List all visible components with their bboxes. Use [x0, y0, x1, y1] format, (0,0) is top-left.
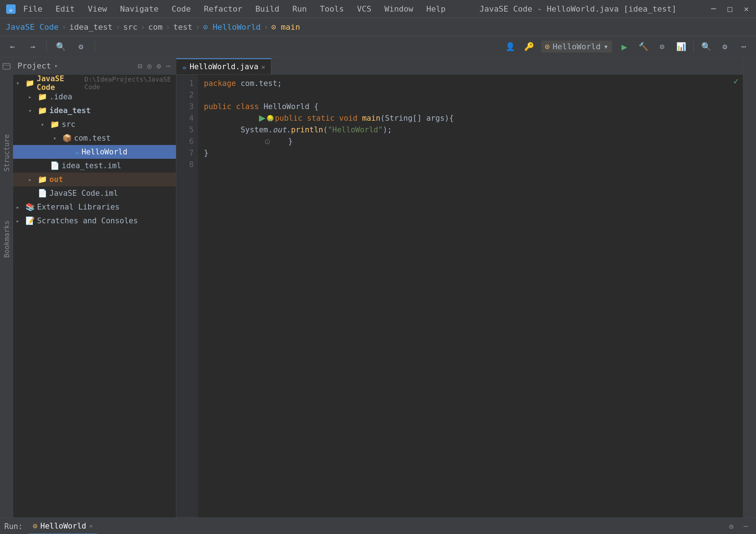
settings-button[interactable]: ⚙ — [718, 40, 731, 53]
tree-item-idea[interactable]: ▸ 📁 .idea — [13, 90, 176, 104]
bottom-settings-icon[interactable]: ⚙ — [726, 521, 737, 532]
minimize-button[interactable]: ─ — [708, 3, 719, 15]
brace-open: { — [314, 102, 319, 111]
menu-refactor[interactable]: Refactor — [202, 3, 245, 15]
locate-icon[interactable]: ◎ — [146, 61, 153, 71]
breadcrumb-class[interactable]: ⊙ HelloWorld — [203, 22, 261, 32]
sep — [46, 41, 47, 53]
profile-button[interactable]: 📊 — [674, 40, 687, 53]
bookmarks-label[interactable]: Bookmarks — [1, 218, 12, 261]
menu-view[interactable]: View — [86, 3, 109, 15]
left-strip-bookmarks[interactable]: Bookmarks — [1, 233, 12, 244]
toolbar-icon-help[interactable]: 🔑 — [522, 40, 535, 53]
toolbar-icon-forward[interactable]: → — [26, 40, 39, 53]
breadcrumb-method[interactable]: ⊙ main — [271, 22, 300, 32]
tree-item-out[interactable]: ▸ 📁 out — [13, 173, 176, 186]
app-icon: ☕ — [4, 3, 17, 16]
menu-run[interactable]: Run — [290, 3, 309, 15]
svg-rect-2 — [3, 63, 10, 69]
breadcrumb-module[interactable]: idea_test — [69, 22, 112, 32]
editor-tab-helloworld[interactable]: ☕ HelloWorld.java ✕ — [176, 58, 271, 74]
project-dropdown-arrow[interactable]: ▾ — [54, 62, 58, 70]
bottom-tab-name: HelloWorld — [40, 522, 86, 530]
toolbar-more[interactable]: ⋯ — [737, 40, 750, 53]
structure-label[interactable]: Structure — [1, 131, 12, 174]
tree-item-com-test[interactable]: ▾ 📦 com.test — [13, 131, 176, 145]
ext-lib-label: External Libraries — [37, 203, 120, 211]
menu-vcs[interactable]: VCS — [355, 3, 374, 15]
line-num-2: 2 — [176, 89, 198, 101]
run-config-selector[interactable]: ⊙ HelloWorld ▾ — [541, 41, 612, 53]
tree-item-external[interactable]: ▸ 📚 External Libraries — [13, 200, 176, 214]
menu-bar: File Edit View Navigate Code Refactor Bu… — [21, 3, 448, 15]
maximize-button[interactable]: □ — [725, 3, 735, 15]
window-controls: ─ □ ✕ — [708, 3, 752, 15]
idea-label: .idea — [49, 92, 72, 101]
expand-arrow-idea-test: ▾ — [28, 107, 36, 114]
bulb-icon: 💡 — [267, 115, 274, 121]
menu-build[interactable]: Build — [253, 3, 282, 15]
run-button[interactable]: ▶ — [618, 40, 631, 53]
toolbar-icon-gear[interactable]: ⚙ — [74, 40, 87, 53]
editor-check-icon: ✓ — [734, 76, 739, 86]
project-panel: Project ▾ ⊟ ◎ ⚙ ⋯ ▾ 📁 JavaSE Code D:\Ide… — [13, 57, 176, 517]
breadcrumb-src[interactable]: src — [123, 22, 137, 32]
out: out — [273, 125, 287, 134]
out-label: out — [49, 175, 63, 184]
menu-edit[interactable]: Edit — [53, 3, 77, 15]
tree-item-scratches[interactable]: ▸ 📝 Scratches and Consoles — [13, 214, 176, 228]
collapse-all-icon[interactable]: ⊟ — [137, 61, 143, 71]
menu-navigate[interactable]: Navigate — [118, 3, 161, 15]
iml-label: idea_test.iml — [62, 161, 121, 170]
coverage-button[interactable]: ⊙ — [656, 40, 669, 53]
editor-tabs: ☕ HelloWorld.java ✕ — [176, 57, 743, 75]
method-main: main — [362, 114, 381, 123]
tree-item-src[interactable]: ▾ 📁 src — [13, 117, 176, 131]
close-button[interactable]: ✕ — [741, 3, 752, 15]
breadcrumb-test[interactable]: test — [173, 22, 192, 32]
left-strip-project[interactable] — [1, 61, 12, 72]
tree-item-idea-test[interactable]: ▾ 📁 idea_test — [13, 104, 176, 117]
tree-item-root-iml[interactable]: ▸ 📄 JavaSE Code.iml — [13, 186, 176, 200]
menu-code[interactable]: Code — [169, 3, 193, 15]
tree-item-helloworld[interactable]: ▸ ☕ HelloWorld — [13, 145, 176, 159]
bottom-tab-helloworld[interactable]: ⊙ HelloWorld ✕ — [29, 518, 97, 534]
breadcrumb-project[interactable]: JavaSE Code — [6, 22, 59, 32]
indent-brace: } — [270, 137, 293, 146]
search-everywhere[interactable]: 🔍 — [699, 40, 712, 53]
expand-arrow: ▾ — [16, 80, 23, 87]
tree-item-iml[interactable]: ▸ 📄 idea_test.iml — [13, 159, 176, 173]
more-icon[interactable]: ⋯ — [165, 61, 172, 71]
menu-window[interactable]: Window — [382, 3, 415, 15]
idea-test-folder-icon: 📁 — [38, 106, 47, 115]
right-sidebar-strip — [743, 57, 756, 517]
string-hw: "HelloWorld" — [328, 125, 383, 134]
kw-package: package — [204, 79, 241, 88]
build-button[interactable]: 🔨 — [637, 40, 650, 53]
sep6: › — [264, 22, 268, 32]
tree-item-root[interactable]: ▾ 📁 JavaSE Code D:\IdeaProjects\JavaSE C… — [13, 76, 176, 90]
close-brace: } — [204, 149, 209, 157]
menu-help[interactable]: Help — [424, 3, 448, 15]
code-editor[interactable]: 1 2 ▶3 4 5 6 7 8 package com.test; — [176, 75, 743, 517]
line-num-8: 8 — [176, 159, 198, 170]
sep3: › — [140, 22, 145, 32]
file-tree: ▾ 📁 JavaSE Code D:\IdeaProjects\JavaSE C… — [13, 75, 176, 517]
menu-tools[interactable]: Tools — [318, 3, 346, 15]
menu-file[interactable]: File — [21, 3, 45, 15]
tab-close-button[interactable]: ✕ — [261, 63, 265, 71]
ext-lib-icon: 📚 — [25, 203, 35, 211]
hint-icon: i — [210, 128, 270, 154]
code-line-6: i } — [204, 136, 737, 147]
toolbar-icon-back[interactable]: ← — [6, 40, 19, 53]
toolbar-icon-profile[interactable]: 👤 — [504, 40, 517, 53]
bottom-tab-close[interactable]: ✕ — [89, 522, 93, 529]
left-strip-structure[interactable]: Structure — [1, 147, 12, 158]
toolbar-icon-search[interactable]: 🔍 — [54, 40, 67, 53]
code-line-7: } — [204, 147, 737, 159]
bottom-minimize-icon[interactable]: ─ — [740, 521, 752, 532]
breadcrumb-com[interactable]: com — [148, 22, 163, 32]
code-content[interactable]: package com.test; public class HelloWorl… — [198, 75, 743, 517]
settings-icon[interactable]: ⚙ — [156, 61, 162, 71]
root-iml-icon: 📄 — [38, 189, 47, 198]
